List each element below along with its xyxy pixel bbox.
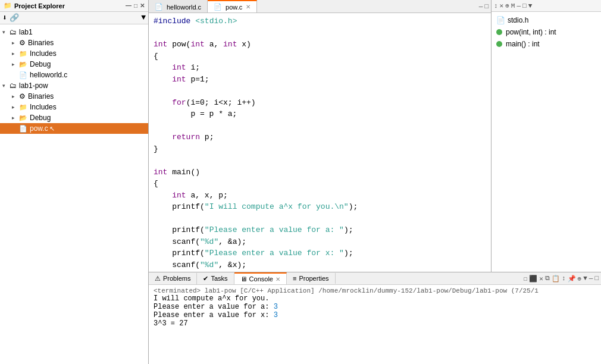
outline-close-icon[interactable]: ✕ xyxy=(500,2,504,10)
console-menu-icon[interactable]: ▼ xyxy=(583,275,587,283)
editor-tabs: 📄 helloworld.c 📄 pow.c ✕ xyxy=(149,0,257,12)
tab-tasks[interactable]: ✔ Tasks xyxy=(197,273,234,284)
code-line-9: p = p * a; xyxy=(154,108,486,120)
tree-item-lab1pow-debug[interactable]: ▸ 📂 Debug xyxy=(0,112,148,123)
tree-item-lab1-includes[interactable]: ▸ 📁 Includes xyxy=(0,48,148,59)
pow-tab-close-icon[interactable]: ✕ xyxy=(246,4,251,10)
code-line-21: printf("Please enter a value for x: "); xyxy=(154,247,486,259)
console-terminate-icon[interactable]: ⬛ xyxy=(529,275,537,283)
problems-tab-icon: ⚠ xyxy=(155,275,161,283)
maximize-icon[interactable]: □ xyxy=(134,2,137,9)
editor-bottom-wrapper: 📄 helloworld.c 📄 pow.c ✕ — □ xyxy=(149,0,601,272)
right-panel: ↕ ✕ ⊕ M — □ ▼ 📄 stdio.h pow(int, int) : xyxy=(491,0,601,272)
binaries1-icon: ⚙ xyxy=(19,39,26,47)
pow-file-icon: 📄 xyxy=(19,125,27,133)
tab-problems[interactable]: ⚠ Problems xyxy=(149,273,197,284)
tree-item-pow[interactable]: ▸ 📄 pow.c ↖ xyxy=(0,123,148,134)
console-minimize-icon[interactable]: — xyxy=(589,275,593,283)
pow-label: pow.c xyxy=(30,124,48,133)
lab1pow-binaries-label: Binaries xyxy=(28,92,54,101)
tree-item-lab1[interactable]: ▾ 🗂 lab1 xyxy=(0,27,148,37)
editor-area: 📄 helloworld.c 📄 pow.c ✕ — □ xyxy=(149,0,491,272)
outline-m-icon[interactable]: M xyxy=(511,2,515,10)
console-terminated-line: <terminated> lab1-pow [C/C++ Application… xyxy=(154,287,596,294)
outline-maximize-icon[interactable]: □ xyxy=(522,2,527,10)
includes2-icon: 📁 xyxy=(19,103,27,111)
lab1-debug-label: Debug xyxy=(30,60,51,68)
tree-item-helloworld[interactable]: ▸ 📄 helloworld.c xyxy=(0,70,148,80)
helloworld-label: helloworld.c xyxy=(30,71,67,79)
tree-arrow-binaries2: ▸ xyxy=(12,93,19,99)
tree-view: ▾ 🗂 lab1 ▸ ⚙ Binaries ▸ 📁 Includes ▸ 📂 D… xyxy=(0,24,148,364)
properties-tab-icon: ≡ xyxy=(293,275,296,282)
lab1pow-label: lab1-pow xyxy=(19,81,48,90)
bottom-panel: ⚠ Problems ✔ Tasks 🖥 Console ✕ ≡ Propert… xyxy=(149,272,601,364)
maximize-editor-icon[interactable]: □ xyxy=(484,3,489,10)
explorer-menu-icon[interactable]: ▼ xyxy=(141,13,146,23)
console-clear-icon[interactable]: ☐ xyxy=(524,275,528,283)
tab-pow[interactable]: 📄 pow.c ✕ xyxy=(208,0,257,12)
tree-item-lab1-binaries[interactable]: ▸ ⚙ Binaries xyxy=(0,37,148,48)
tree-item-lab1pow[interactable]: ▾ 🗂 lab1-pow xyxy=(0,80,148,91)
outline-minimize-icon[interactable]: — xyxy=(517,2,521,10)
lab1pow-project-icon: 🗂 xyxy=(10,81,17,90)
code-line-10 xyxy=(154,120,486,132)
outline-sort-icon[interactable]: ↕ xyxy=(494,2,498,10)
console-line-1: I will compute a^x for you. xyxy=(154,294,596,303)
tab-helloworld[interactable]: 📄 helloworld.c xyxy=(149,0,208,12)
tree-arrow-lab1pow: ▾ xyxy=(2,83,10,89)
project-explorer-titlebar: 📁 Project Explorer — □ ✕ xyxy=(0,0,148,12)
outline-main-fn[interactable]: main() : int xyxy=(492,38,601,50)
lab1-includes-label: Includes xyxy=(30,49,57,58)
outline-menu-icon[interactable]: ▼ xyxy=(528,2,533,10)
console-maximize-icon[interactable]: □ xyxy=(594,275,599,283)
console-scroll-icon[interactable]: ↕ xyxy=(562,275,566,283)
link-editor-icon[interactable]: 🔗 xyxy=(10,13,19,23)
properties-tab-label: Properties xyxy=(299,275,328,282)
code-line-6: int p=1; xyxy=(154,74,486,86)
console-new-icon[interactable]: ⊕ xyxy=(578,275,582,283)
editor-tab-bar-icons: — □ xyxy=(479,3,491,10)
console-line-2: Please enter a value for a: 3 xyxy=(154,303,596,311)
tab-properties[interactable]: ≡ Properties xyxy=(287,273,336,284)
code-line-8: for(i=0; i<x; i++) xyxy=(154,97,486,109)
tasks-tab-label: Tasks xyxy=(211,275,227,282)
pow-tab-label: pow.c xyxy=(226,4,242,11)
tree-arrow-includes1: ▸ xyxy=(12,51,19,57)
tab-console[interactable]: 🖥 Console ✕ xyxy=(234,272,287,284)
tree-item-lab1pow-binaries[interactable]: ▸ ⚙ Binaries xyxy=(0,91,148,102)
outline-stdio[interactable]: 📄 stdio.h xyxy=(492,14,601,26)
code-line-7 xyxy=(154,85,486,97)
code-line-4: { xyxy=(154,51,486,62)
console-copy-icon[interactable]: ⧉ xyxy=(545,275,550,283)
collapse-all-icon[interactable]: ⬇ xyxy=(2,13,7,23)
lab1-label: lab1 xyxy=(19,28,33,36)
pow-fn-dot xyxy=(496,29,502,35)
tree-arrow-debug1: ▸ xyxy=(12,61,19,67)
code-line-18 xyxy=(154,213,486,225)
helloworld-tab-label: helloworld.c xyxy=(167,4,201,11)
console-paste-icon[interactable]: 📋 xyxy=(552,275,560,283)
stdio-label: stdio.h xyxy=(508,16,528,24)
console-output-area[interactable]: <terminated> lab1-pow [C/C++ Application… xyxy=(149,285,601,364)
close-panel-icon[interactable]: ✕ xyxy=(140,2,145,9)
console-remove-icon[interactable]: ✕ xyxy=(539,275,543,283)
project-explorer: 📁 Project Explorer — □ ✕ ⬇ 🔗 ▼ ▾ 🗂 lab1 … xyxy=(0,0,149,364)
outline-items: 📄 stdio.h pow(int, int) : int main() : i… xyxy=(492,12,601,52)
outline-circle-icon[interactable]: ⊕ xyxy=(505,2,509,10)
tree-item-lab1pow-includes[interactable]: ▸ 📁 Includes xyxy=(0,102,148,112)
outline-pow-fn[interactable]: pow(int, int) : int xyxy=(492,26,601,38)
minimize-editor-icon[interactable]: — xyxy=(479,3,483,10)
lab1-project-icon: 🗂 xyxy=(10,28,17,36)
code-line-22: scanf("%d", &x); xyxy=(154,259,486,271)
console-pin-icon[interactable]: 📌 xyxy=(568,275,576,283)
lab1-binaries-label: Binaries xyxy=(28,39,54,47)
tree-item-lab1-debug[interactable]: ▸ 📂 Debug xyxy=(0,59,148,70)
code-line-17: printf("I will compute a^x for you.\n"); xyxy=(154,201,486,213)
code-line-2 xyxy=(154,27,486,39)
minimize-icon[interactable]: — xyxy=(126,2,132,9)
code-editor[interactable]: #include <stdio.h> int pow(int a, int x)… xyxy=(149,13,491,272)
outline-toolbar: ↕ ✕ ⊕ M — □ ▼ xyxy=(492,0,601,12)
console-tab-close-icon[interactable]: ✕ xyxy=(276,276,280,283)
cursor-icon: ↖ xyxy=(49,125,55,133)
